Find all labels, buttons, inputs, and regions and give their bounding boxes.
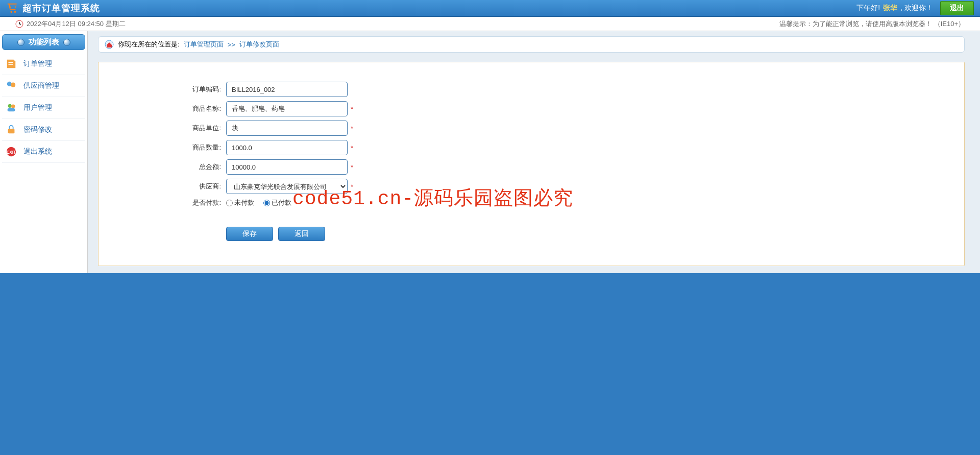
dot-icon bbox=[17, 39, 24, 46]
sidebar-item-exit[interactable]: EXIT 退出系统 bbox=[2, 141, 85, 163]
subheader: 2022年04月12日 09:24:50 星期二 温馨提示：为了能正常浏览，请使… bbox=[0, 17, 980, 31]
lock-icon bbox=[5, 124, 17, 135]
sidebar-item-orders[interactable]: 订单管理 bbox=[2, 53, 85, 75]
sidebar-item-label: 退出系统 bbox=[23, 147, 52, 156]
order-icon bbox=[5, 58, 17, 69]
sidebar-item-label: 订单管理 bbox=[23, 59, 52, 68]
sidebar-item-password[interactable]: 密码修改 bbox=[2, 119, 85, 141]
svg-rect-7 bbox=[8, 108, 15, 111]
label-paid: 是否付款: bbox=[180, 198, 226, 207]
breadcrumb-prefix: 你现在所在的位置是: bbox=[118, 40, 180, 49]
svg-point-6 bbox=[11, 105, 15, 108]
row-product-unit: 商品单位: * bbox=[180, 121, 353, 136]
svg-point-5 bbox=[8, 104, 12, 108]
row-order-code: 订单编码: bbox=[180, 82, 353, 97]
username: 张华 bbox=[883, 4, 897, 13]
input-product-qty[interactable] bbox=[226, 140, 348, 155]
app-title: 超市订单管理系统 bbox=[22, 2, 100, 14]
greeting: 下午好! bbox=[856, 4, 880, 13]
required-mark: * bbox=[348, 121, 353, 136]
sidebar-item-suppliers[interactable]: 供应商管理 bbox=[2, 75, 85, 97]
header-left: 超市订单管理系统 bbox=[6, 2, 100, 14]
main: 功能列表 订单管理 供应商管理 用户管理 bbox=[0, 31, 980, 273]
required-mark: * bbox=[348, 159, 353, 175]
label-product-unit: 商品单位: bbox=[180, 121, 226, 136]
label-product-qty: 商品数量: bbox=[180, 140, 226, 155]
svg-text:EXIT: EXIT bbox=[7, 150, 16, 155]
content: 你现在所在的位置是: 订单管理页面 >> 订单修改页面 订单编码: 商品名称: … bbox=[88, 31, 980, 273]
radio-unpaid-label[interactable]: 未付款 bbox=[226, 199, 254, 206]
breadcrumb-link-orders[interactable]: 订单管理页面 bbox=[184, 40, 224, 49]
row-product-qty: 商品数量: * bbox=[180, 140, 353, 155]
input-order-code[interactable] bbox=[226, 82, 348, 97]
users-icon bbox=[5, 102, 17, 113]
form-panel: 订单编码: 商品名称: * 商品单位: * 商品数量: * bbox=[98, 62, 965, 266]
datetime-text: 2022年04月12日 09:24:50 星期二 bbox=[27, 19, 126, 29]
select-supplier[interactable]: 山东豪克华光联合发展有限公司 bbox=[226, 179, 348, 194]
svg-point-4 bbox=[11, 83, 15, 87]
cart-icon bbox=[6, 3, 18, 14]
clock-icon bbox=[15, 20, 23, 28]
sidebar: 功能列表 订单管理 供应商管理 用户管理 bbox=[0, 31, 88, 273]
required-mark: * bbox=[348, 101, 353, 116]
nav-list: 订单管理 供应商管理 用户管理 密码修改 bbox=[2, 53, 85, 163]
required-mark: * bbox=[348, 140, 353, 155]
header: 超市订单管理系统 下午好! 张华 , 欢迎你！ 退出 bbox=[0, 0, 980, 17]
logout-button[interactable]: 退出 bbox=[940, 1, 974, 15]
radio-paid-text: 已付款 bbox=[272, 199, 291, 206]
dot-icon bbox=[63, 39, 70, 46]
row-paid: 是否付款: 未付款 已付款 bbox=[180, 198, 353, 207]
datetime-wrap: 2022年04月12日 09:24:50 星期二 bbox=[15, 19, 126, 29]
input-product-unit[interactable] bbox=[226, 121, 348, 136]
home-icon bbox=[105, 40, 114, 49]
sidebar-item-label: 用户管理 bbox=[23, 103, 52, 112]
save-button[interactable]: 保存 bbox=[226, 227, 273, 241]
exit-icon: EXIT bbox=[5, 146, 17, 157]
radio-paid-label[interactable]: 已付款 bbox=[263, 199, 291, 206]
form-table: 订单编码: 商品名称: * 商品单位: * 商品数量: * bbox=[180, 78, 353, 245]
radio-paid[interactable] bbox=[263, 200, 270, 206]
sidebar-item-label: 供应商管理 bbox=[23, 81, 59, 90]
row-supplier: 供应商: 山东豪克华光联合发展有限公司 * bbox=[180, 179, 353, 194]
row-total-amount: 总金额: * bbox=[180, 159, 353, 175]
label-total-amount: 总金额: bbox=[180, 159, 226, 175]
svg-rect-8 bbox=[8, 129, 15, 133]
welcome-text: , 欢迎你！ bbox=[900, 4, 933, 13]
header-right: 下午好! 张华 , 欢迎你！ 退出 bbox=[856, 1, 974, 15]
breadcrumb-link-edit[interactable]: 订单修改页面 bbox=[239, 40, 279, 49]
sidebar-item-users[interactable]: 用户管理 bbox=[2, 97, 85, 119]
breadcrumb-sep: >> bbox=[228, 41, 235, 49]
label-supplier: 供应商: bbox=[180, 179, 226, 194]
required-mark: * bbox=[348, 179, 353, 194]
label-product-name: 商品名称: bbox=[180, 101, 226, 116]
button-row: 保存 返回 bbox=[180, 211, 353, 241]
sidebar-item-label: 密码修改 bbox=[23, 125, 52, 134]
radio-unpaid[interactable] bbox=[226, 200, 233, 206]
browser-tip: 温馨提示：为了能正常浏览，请使用高版本浏览器！ （IE10+） bbox=[779, 19, 965, 29]
input-product-name[interactable] bbox=[226, 101, 348, 116]
radio-unpaid-text: 未付款 bbox=[234, 199, 254, 206]
input-total-amount[interactable] bbox=[226, 159, 348, 175]
back-button[interactable]: 返回 bbox=[278, 227, 325, 241]
sidebar-header: 功能列表 bbox=[2, 34, 85, 50]
label-order-code: 订单编码: bbox=[180, 82, 226, 97]
sidebar-heading-label: 功能列表 bbox=[29, 37, 59, 47]
breadcrumb: 你现在所在的位置是: 订单管理页面 >> 订单修改页面 bbox=[98, 36, 965, 53]
row-product-name: 商品名称: * bbox=[180, 101, 353, 116]
supplier-icon bbox=[5, 80, 17, 91]
svg-point-1 bbox=[14, 11, 16, 13]
svg-point-0 bbox=[10, 11, 12, 13]
